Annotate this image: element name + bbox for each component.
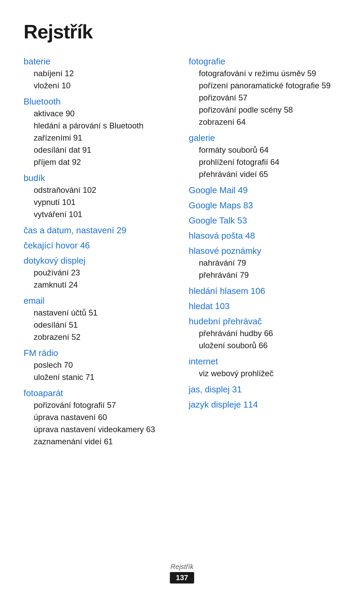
index-entry: fotografiefotografování v režimu úsměv 5… <box>189 56 340 128</box>
entry-sub-item: zobrazení 52 <box>24 331 175 343</box>
index-entry: hlasová pošta 48 <box>189 231 340 241</box>
entry-sub-item: viz webový prohlížeč <box>189 367 340 380</box>
entry-heading: galerie <box>189 133 340 143</box>
entry-sub-item: uložení souborů 66 <box>189 339 340 352</box>
index-entry: baterienabíjení 12vložení 10 <box>24 56 175 92</box>
entry-sub-item: přehrávání videí 65 <box>189 168 340 180</box>
index-entry: Google Maps 83 <box>189 200 340 211</box>
index-entry: hlasové poznámkynahrávání 79přehrávání 7… <box>189 246 340 281</box>
page-footer: Rejstřík 137 <box>0 563 364 584</box>
entry-sub-item: odstraňování 102 <box>24 184 175 196</box>
index-entry: hudební přehrávačpřehrávání hudby 66ulož… <box>189 316 340 352</box>
index-entry: budíkodstraňování 102vypnutí 101vytvářen… <box>24 173 175 220</box>
index-entry: čas a datum, nastavení 29 <box>24 225 175 236</box>
entry-heading: baterie <box>24 56 175 67</box>
entry-heading: fotografie <box>189 56 340 67</box>
index-entry: FM rádioposlech 70uložení stanic 71 <box>24 348 175 383</box>
entry-sub-item: příjem dat 92 <box>24 156 175 168</box>
index-entry: hledat 103 <box>189 301 340 311</box>
index-entry: fotoaparátpořizování fotografií 57úprava… <box>24 388 175 448</box>
index-entry: hledání hlasem 106 <box>189 286 340 296</box>
footer-label: Rejstřík <box>0 563 364 571</box>
entry-heading: budík <box>24 173 175 183</box>
entry-heading: dotykový displej <box>24 256 175 266</box>
entry-sub-item: fotografování v režimu úsměv 59 <box>189 67 340 80</box>
entry-sub-item: odesílání 51 <box>24 319 175 331</box>
entry-heading: Google Mail 49 <box>189 185 340 196</box>
footer-page-number: 137 <box>170 572 194 584</box>
entry-sub-item: prohlížení fotografií 64 <box>189 156 340 168</box>
index-entry: Google Talk 53 <box>189 215 340 226</box>
entry-sub-item: poslech 70 <box>24 359 175 371</box>
entry-sub-item: pořizování fotografií 57 <box>24 399 175 411</box>
index-entry: Google Mail 49 <box>189 185 340 196</box>
entry-heading: hledání hlasem 106 <box>189 286 340 296</box>
left-column: baterienabíjení 12vložení 10Bluetoothakt… <box>24 56 189 452</box>
entry-sub-item: hledání a párování s Bluetooth zařízením… <box>24 120 175 144</box>
entry-sub-item: uložení stanic 71 <box>24 371 175 383</box>
entry-sub-item: zamknutí 24 <box>24 279 175 291</box>
index-entry: internetviz webový prohlížeč <box>189 356 340 380</box>
entry-sub-item: pořizování 57 <box>189 92 340 104</box>
entry-heading: hudební přehrávač <box>189 316 340 327</box>
index-columns: baterienabíjení 12vložení 10Bluetoothakt… <box>24 56 340 452</box>
index-entry: jazyk displeje 114 <box>189 399 340 410</box>
entry-heading: hlasové poznámky <box>189 246 340 256</box>
entry-sub-item: používání 23 <box>24 267 175 279</box>
entry-sub-item: nabíjení 12 <box>24 67 175 80</box>
entry-sub-item: pořizování podle scény 58 <box>189 104 340 116</box>
index-entry: dotykový displejpoužívání 23zamknutí 24 <box>24 256 175 291</box>
entry-sub-item: vložení 10 <box>24 80 175 92</box>
entry-heading: FM rádio <box>24 348 175 358</box>
index-entry: emailnastavení účtů 51odesílání 51zobraz… <box>24 296 175 343</box>
index-entry: jas, displej 31 <box>189 384 340 395</box>
entry-sub-item: nastavení účtů 51 <box>24 307 175 319</box>
entry-sub-item: formáty souborů 64 <box>189 144 340 156</box>
entry-sub-item: odesílání dat 91 <box>24 144 175 156</box>
entry-heading: hledat 103 <box>189 301 340 311</box>
page-title: Rejstřík <box>24 20 340 43</box>
entry-sub-item: nahrávání 79 <box>189 257 340 269</box>
entry-sub-item: přehrávání 79 <box>189 269 340 281</box>
entry-sub-item: zobrazení 64 <box>189 116 340 128</box>
entry-sub-item: vypnutí 101 <box>24 196 175 208</box>
entry-sub-item: zaznamenání videí 61 <box>24 436 175 448</box>
entry-heading: jazyk displeje 114 <box>189 399 340 410</box>
entry-heading: Google Talk 53 <box>189 215 340 226</box>
entry-heading: čekající hovor 46 <box>24 240 175 251</box>
index-entry: galerieformáty souborů 64prohlížení foto… <box>189 133 340 180</box>
entry-sub-item: pořízení panoramatické fotografie 59 <box>189 80 340 92</box>
entry-sub-item: aktivace 90 <box>24 108 175 120</box>
entry-heading: fotoaparát <box>24 388 175 398</box>
entry-sub-item: úprava nastavení 60 <box>24 411 175 423</box>
index-entry: Bluetoothaktivace 90hledání a párování s… <box>24 96 175 168</box>
index-entry: čekající hovor 46 <box>24 240 175 251</box>
entry-heading: internet <box>189 356 340 367</box>
entry-heading: hlasová pošta 48 <box>189 231 340 241</box>
entry-heading: Google Maps 83 <box>189 200 340 211</box>
entry-sub-item: přehrávání hudby 66 <box>189 327 340 339</box>
right-column: fotografiefotografování v režimu úsměv 5… <box>189 56 340 415</box>
entry-sub-item: vytváření 101 <box>24 208 175 220</box>
entry-sub-item: úprava nastavení videokamery 63 <box>24 423 175 436</box>
entry-heading: čas a datum, nastavení 29 <box>24 225 175 236</box>
entry-heading: email <box>24 296 175 306</box>
entry-heading: jas, displej 31 <box>189 384 340 395</box>
entry-heading: Bluetooth <box>24 96 175 107</box>
